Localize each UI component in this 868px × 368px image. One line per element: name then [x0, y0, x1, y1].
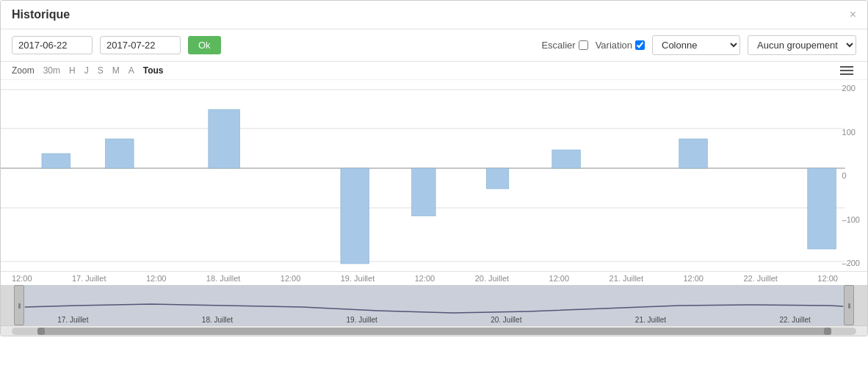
zoom-tous[interactable]: Tous	[140, 65, 167, 76]
bar-4	[341, 168, 369, 264]
scrollbar-handle-right[interactable]	[824, 328, 831, 335]
variation-checkbox[interactable]	[635, 40, 645, 50]
x-label-19juil: 19. Juillet	[341, 274, 375, 283]
date-end-input[interactable]	[100, 36, 181, 54]
x-label-12-00-3: 12:00	[281, 274, 301, 283]
escalier-label: Escalier	[541, 40, 575, 51]
x-label-12-00-4: 12:00	[415, 274, 435, 283]
zoom-m[interactable]: M	[109, 65, 123, 76]
zoom-30m[interactable]: 30m	[40, 65, 63, 76]
scrollbar-area	[1, 325, 867, 336]
x-axis: 12:00 17. Juillet 12:00 18. Juillet 12:0…	[1, 271, 867, 285]
hamburger-line-2	[840, 70, 853, 71]
overview-svg	[1, 285, 867, 325]
overview-area: 17. Juillet 18. Juillet 19. Juillet 20. …	[1, 285, 867, 325]
y-label-neg100: –100	[842, 215, 860, 224]
menu-icon[interactable]	[837, 65, 856, 76]
x-label-12-00-1: 12:00	[12, 274, 32, 283]
variation-group: Variation	[596, 40, 645, 51]
overview-line	[25, 304, 843, 313]
hamburger-line-1	[840, 66, 853, 68]
y-axis-labels: 200 100 0 –100 –200	[842, 80, 860, 271]
groupement-select[interactable]: Aucun groupement	[748, 35, 856, 55]
scrollbar-track	[12, 328, 856, 335]
modal-title: Historique	[12, 8, 70, 21]
bar-6	[486, 168, 509, 189]
x-label-18juil: 18. Juillet	[206, 274, 240, 283]
zoom-s[interactable]: S	[95, 65, 106, 76]
x-label-17juil: 17. Juillet	[72, 274, 106, 283]
y-label-100: 100	[842, 128, 860, 137]
x-label-12-00-5: 12:00	[549, 274, 570, 283]
chart-svg	[1, 80, 860, 271]
modal-header: Historique ×	[1, 1, 867, 29]
y-label-0: 0	[842, 171, 860, 180]
modal-container: Historique × Ok Escalier Variation Colon…	[0, 0, 868, 336]
bar-1	[42, 154, 70, 168]
toolbar-right: Escalier Variation Colonne Aucun groupem…	[541, 35, 856, 55]
chart-container: 200 100 0 –100 –200	[1, 80, 867, 271]
bar-3	[209, 109, 240, 168]
variation-label: Variation	[596, 40, 632, 51]
zoom-label: Zoom	[12, 65, 35, 76]
bar-2	[105, 139, 134, 168]
toolbar: Ok Escalier Variation Colonne Aucun grou…	[1, 29, 867, 62]
zoom-bar: Zoom 30m H J S M A Tous	[1, 62, 867, 80]
date-start-input[interactable]	[12, 36, 93, 54]
colonne-select[interactable]: Colonne	[652, 35, 740, 55]
zoom-j[interactable]: J	[82, 65, 92, 76]
y-label-200: 200	[842, 84, 860, 93]
bar-5	[412, 168, 436, 216]
close-button[interactable]: ×	[850, 9, 856, 21]
escalier-group: Escalier	[541, 40, 587, 51]
x-label-12-00-2: 12:00	[146, 274, 167, 283]
escalier-checkbox[interactable]	[579, 40, 588, 50]
x-label-12-00-7: 12:00	[817, 274, 838, 283]
bar-8	[679, 139, 708, 168]
x-label-21juil: 21. Juillet	[610, 274, 643, 283]
y-label-neg200: –200	[842, 259, 860, 267]
zoom-a[interactable]: A	[126, 65, 137, 76]
hamburger-line-3	[840, 73, 853, 75]
bar-9	[808, 168, 836, 249]
scrollbar-thumb[interactable]	[37, 328, 831, 335]
zoom-h[interactable]: H	[66, 65, 79, 76]
ok-button[interactable]: Ok	[188, 36, 221, 54]
x-label-22juil: 22. Juillet	[743, 274, 777, 283]
scrollbar-handle-left[interactable]	[37, 328, 45, 335]
bar-7	[552, 150, 581, 168]
x-label-20juil: 20. Juillet	[475, 274, 509, 283]
x-label-12-00-6: 12:00	[683, 274, 704, 283]
